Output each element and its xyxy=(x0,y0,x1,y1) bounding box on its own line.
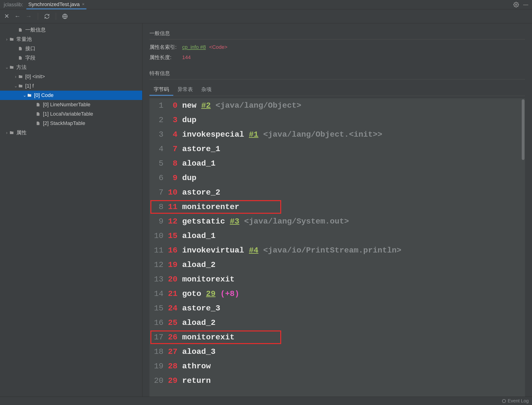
bytecode-line[interactable]: 811monitorenter xyxy=(149,200,525,214)
bytecode-line[interactable]: 1320monitorexit xyxy=(149,272,525,287)
line-body: aload_2 xyxy=(182,316,215,330)
line-body: getstatic #3 <java/lang/System.out> xyxy=(182,214,349,229)
line-offset: 4 xyxy=(163,127,177,142)
tree-chevron-icon[interactable]: ⌄ xyxy=(13,83,18,88)
bytecode-instruction: astore_1 xyxy=(182,145,220,154)
bytecode-line[interactable]: 912getstatic #3 <java/lang/System.out> xyxy=(149,214,525,229)
line-index: 7 xyxy=(154,185,163,200)
cp-info-link[interactable]: cp_info #8 xyxy=(182,44,206,50)
constant-pool-ref[interactable]: #3 xyxy=(230,217,239,226)
bytecode-line[interactable]: 1928athrow xyxy=(149,359,525,373)
text xyxy=(239,217,244,226)
tab-misc[interactable]: 杂项 xyxy=(197,84,216,96)
constant-pool-ref[interactable]: #4 xyxy=(249,246,258,255)
line-body: return xyxy=(182,373,211,388)
constant-pool-ref[interactable]: #2 xyxy=(201,101,211,110)
bytecode-line[interactable]: 10new #2 <java/lang/Object> xyxy=(149,98,525,113)
bytecode-instruction: aload_2 xyxy=(182,318,215,327)
line-index: 19 xyxy=(154,359,163,373)
content-pane: 一般信息 属性名索引: cp_info #8 <Code> 属性长度: 144 … xyxy=(142,23,532,397)
folder-icon xyxy=(9,65,15,69)
bytecode-viewer[interactable]: 10new #2 <java/lang/Object>23dup34invoke… xyxy=(149,98,525,397)
bytecode-instruction: aload_2 xyxy=(182,260,215,269)
line-offset: 9 xyxy=(163,171,177,185)
folder-icon xyxy=(9,37,15,41)
bytecode-line[interactable]: 1524astore_3 xyxy=(149,301,525,316)
bytecode-instruction: monitorexit xyxy=(182,333,235,342)
back-icon[interactable]: ← xyxy=(14,13,20,20)
tree-chevron-icon[interactable]: ⌄ xyxy=(22,93,27,98)
bytecode-line[interactable]: 58aload_1 xyxy=(149,156,525,171)
editor-tab[interactable]: SynchronizedTest.java × xyxy=(26,0,86,9)
file-icon xyxy=(36,112,41,116)
bytecode-instruction: getstatic xyxy=(182,217,230,226)
line-body: monitorenter xyxy=(182,200,239,214)
text xyxy=(258,246,263,255)
bytecode-line[interactable]: 1015aload_1 xyxy=(149,229,525,243)
line-body: astore_1 xyxy=(182,142,220,156)
line-index: 5 xyxy=(154,156,163,171)
settings-icon[interactable] xyxy=(513,2,519,7)
event-log-icon[interactable] xyxy=(502,399,506,403)
tree-node[interactable]: 接口 xyxy=(0,44,142,53)
tree-node-label: 属性 xyxy=(16,129,27,136)
bytecode-line[interactable]: 1219aload_2 xyxy=(149,258,525,272)
tree-node[interactable]: ›属性 xyxy=(0,128,142,137)
bytecode-line[interactable]: 34invokespecial #1 <java/lang/Object.<in… xyxy=(149,127,525,142)
tree-chevron-icon[interactable]: › xyxy=(4,130,9,135)
title-bar: jclasslib: SynchronizedTest.java × — xyxy=(0,0,532,9)
tree-node[interactable]: [0] LineNumberTable xyxy=(0,100,142,109)
tree-node[interactable]: 字段 xyxy=(0,53,142,63)
tree-node[interactable]: 一般信息 xyxy=(0,25,142,34)
bytecode-instruction: invokespecial xyxy=(182,130,249,139)
browser-icon[interactable] xyxy=(62,14,68,19)
bytecode-line[interactable]: 2029return xyxy=(149,373,525,388)
tree-node[interactable]: [2] StackMapTable xyxy=(0,119,142,128)
line-offset: 0 xyxy=(163,98,177,113)
event-log-label[interactable]: Event Log xyxy=(508,398,529,404)
tab-exception-table[interactable]: 异常表 xyxy=(173,84,197,96)
line-index: 2 xyxy=(154,113,163,127)
bytecode-instruction: new xyxy=(182,101,201,110)
tree-node[interactable]: ⌄[1] f xyxy=(0,81,142,91)
refresh-icon[interactable] xyxy=(44,14,50,19)
tree-node[interactable]: ›[0] <init> xyxy=(0,72,142,81)
bytecode-line[interactable]: 1625aload_2 xyxy=(149,316,525,330)
line-index: 20 xyxy=(154,373,163,388)
bytecode-line[interactable]: 69dup xyxy=(149,171,525,185)
line-offset: 12 xyxy=(163,214,177,229)
tree-node-label: 接口 xyxy=(25,45,35,52)
minimize-icon[interactable]: — xyxy=(523,2,528,8)
bytecode-line[interactable]: 1421goto 29 (+8) xyxy=(149,287,525,301)
text xyxy=(215,289,220,298)
bytecode-line[interactable]: 47astore_1 xyxy=(149,142,525,156)
tree-node-label: [2] StackMapTable xyxy=(43,120,85,126)
tree-node[interactable]: ⌄[0] Code xyxy=(0,91,142,100)
tree-node-label: [0] LineNumberTable xyxy=(43,101,90,108)
bytecode-line[interactable]: 1827aload_3 xyxy=(149,344,525,359)
file-icon xyxy=(36,102,41,107)
tree-node[interactable]: ⌄方法 xyxy=(0,63,142,72)
tree-node-label: [1] f xyxy=(25,83,34,89)
bytecode-line[interactable]: 23dup xyxy=(149,113,525,127)
line-body: invokespecial #1 <java/lang/Object.<init… xyxy=(182,127,382,142)
tree-chevron-icon[interactable]: › xyxy=(4,37,9,42)
close-icon[interactable]: × xyxy=(82,2,85,7)
bytecode-line[interactable]: 1116invokevirtual #4 <java/io/PrintStrea… xyxy=(149,243,525,258)
general-info-header: 一般信息 xyxy=(149,30,525,40)
jump-target[interactable]: 29 xyxy=(206,289,215,298)
line-index: 10 xyxy=(154,229,163,243)
bytecode-line[interactable]: 1726monitorexit xyxy=(149,330,525,344)
tree-chevron-icon[interactable]: ⌄ xyxy=(4,65,9,70)
tree-chevron-icon[interactable]: › xyxy=(13,74,18,79)
line-offset: 24 xyxy=(163,301,177,316)
forward-icon[interactable]: → xyxy=(26,13,32,20)
project-tree[interactable]: 一般信息›常量池接口字段⌄方法›[0] <init>⌄[1] f⌄[0] Cod… xyxy=(0,23,142,397)
tab-bytecode[interactable]: 字节码 xyxy=(149,84,173,96)
bytecode-line[interactable]: 710astore_2 xyxy=(149,185,525,200)
tree-node[interactable]: ›常量池 xyxy=(0,34,142,44)
close-file-icon[interactable]: ✕ xyxy=(4,13,9,20)
pool-comment: <java/io/PrintStream.println> xyxy=(263,246,401,255)
constant-pool-ref[interactable]: #1 xyxy=(249,130,258,139)
tree-node[interactable]: [1] LocalVariableTable xyxy=(0,109,142,119)
